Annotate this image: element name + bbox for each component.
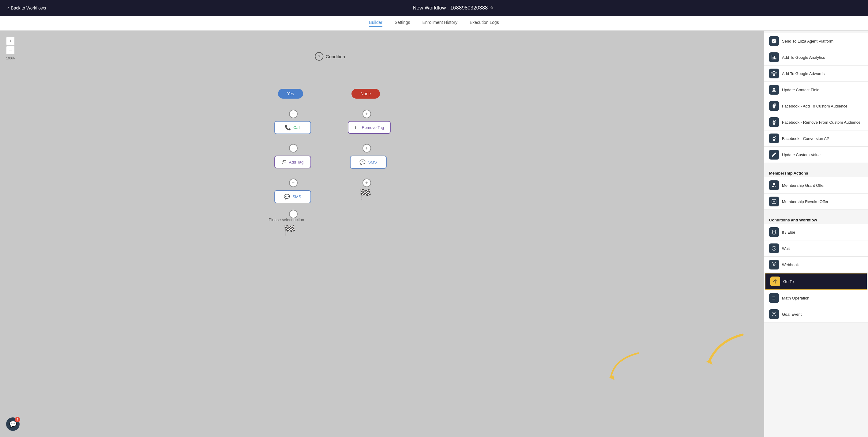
- facebook-remove-icon: [771, 119, 777, 125]
- fb-add-icon-box: [769, 101, 779, 111]
- call-icon: 📞: [285, 125, 291, 130]
- membership-revoke-icon: [771, 199, 777, 204]
- send-eliza-icon: [771, 38, 777, 44]
- tabbar: Builder Settings Enrollment History Exec…: [0, 16, 868, 31]
- membership-revoke-icon-box: [769, 197, 779, 207]
- tab-execution[interactable]: Execution Logs: [470, 20, 499, 27]
- sms-icon-right: 💬: [360, 159, 366, 165]
- condition-node[interactable]: ? Condition: [315, 52, 345, 61]
- add-button-right-3[interactable]: +: [363, 179, 371, 187]
- back-arrow-icon: ‹: [7, 5, 9, 11]
- tab-settings[interactable]: Settings: [395, 20, 410, 27]
- yes-button[interactable]: Yes: [278, 89, 303, 99]
- remove-tag-icon: 🏷: [354, 125, 360, 130]
- tab-enrollment[interactable]: Enrollment History: [423, 20, 458, 27]
- google-analytics-label: Add To Google Analytics: [782, 55, 825, 60]
- facebook-add-icon: [771, 103, 777, 109]
- right-panel: Send To Eliza Agent Platform Add To Goog…: [764, 31, 868, 437]
- go-to-label: Go To: [783, 279, 794, 284]
- add-tag-label: Add Tag: [289, 160, 303, 164]
- membership-grant-label: Membership Grant Offer: [782, 183, 825, 188]
- main-area: + − 100%: [0, 31, 868, 437]
- yes-branch-button[interactable]: Yes: [278, 89, 303, 99]
- call-node[interactable]: 📞 Call: [274, 121, 311, 134]
- add-tag-icon: 🏷: [282, 159, 286, 165]
- panel-item-goal-event[interactable]: Goal Event: [764, 306, 868, 322]
- fb-remove-icon-box: [769, 117, 779, 127]
- goal-event-icon: [771, 311, 777, 317]
- add-button-left-3[interactable]: +: [289, 179, 298, 187]
- add-button-right-1[interactable]: +: [363, 110, 371, 118]
- panel-item-if-else[interactable]: If / Else: [764, 224, 868, 240]
- sms-node-left[interactable]: 💬 SMS: [274, 190, 311, 204]
- condition-icon: ?: [315, 52, 323, 61]
- none-branch-button[interactable]: None: [351, 89, 380, 99]
- panel-item-google-adwords[interactable]: Add To Google Adwords: [764, 66, 868, 82]
- send-eliza-icon-box: [769, 36, 779, 46]
- panel-item-membership-revoke[interactable]: Membership Revoke Offer: [764, 193, 868, 210]
- fb-conversion-label: Facebook - Conversion API: [782, 136, 830, 141]
- wait-icon-box: [769, 244, 779, 253]
- google-analytics-icon: [771, 55, 777, 60]
- math-op-icon-box: [769, 293, 779, 303]
- update-custom-icon: [771, 152, 777, 157]
- please-select-text: Please select action: [269, 217, 304, 222]
- workflow-diagram: ? Condition Yes None + + 📞: [0, 43, 660, 437]
- chat-badge: 7: [15, 417, 20, 422]
- go-to-icon: [773, 279, 778, 284]
- panel-item-update-custom[interactable]: Update Custom Value: [764, 147, 868, 163]
- conditions-header: Conditions and Workflow: [764, 215, 868, 224]
- webhook-label: Webhook: [782, 262, 799, 267]
- google-adwords-icon: [771, 71, 777, 76]
- add-button-left-2[interactable]: +: [289, 144, 298, 153]
- panel-item-go-to[interactable]: Go To: [765, 273, 867, 290]
- membership-header: Membership Actions: [764, 168, 868, 177]
- fb-add-label: Facebook - Add To Custom Audience: [782, 104, 847, 108]
- panel-item-math-op[interactable]: Math Operation: [764, 290, 868, 306]
- sms-label-left: SMS: [292, 194, 301, 199]
- panel-item-webhook[interactable]: Webhook: [764, 257, 868, 273]
- google-adwords-label: Add To Google Adwords: [782, 71, 825, 76]
- webhook-icon-box: [769, 260, 779, 270]
- edit-icon[interactable]: ✎: [490, 5, 494, 10]
- panel-item-wait[interactable]: Wait: [764, 240, 868, 257]
- math-op-icon: [771, 295, 777, 301]
- membership-revoke-label: Membership Revoke Offer: [782, 199, 829, 204]
- panel-item-update-contact[interactable]: Update Contact Field: [764, 82, 868, 98]
- facebook-conversion-icon: [771, 136, 777, 141]
- panel-item-fb-conversion[interactable]: Facebook - Conversion API: [764, 130, 868, 147]
- panel-item-google-analytics[interactable]: Add To Google Analytics: [764, 49, 868, 66]
- panel-item-fb-add[interactable]: Facebook - Add To Custom Audience: [764, 98, 868, 114]
- conditions-section: Conditions and Workflow If / Else Wait: [764, 212, 868, 325]
- update-contact-label: Update Contact Field: [782, 88, 819, 92]
- back-label: Back to Workflows: [11, 5, 46, 10]
- add-tag-node[interactable]: 🏷 Add Tag: [274, 156, 311, 168]
- chat-bubble[interactable]: 💬 7: [6, 417, 20, 431]
- goal-event-icon-box: [769, 309, 779, 319]
- goal-event-label: Goal Event: [782, 312, 802, 317]
- if-else-label: If / Else: [782, 230, 795, 235]
- topbar: ‹ Back to Workflows New Workflow : 16889…: [0, 0, 868, 16]
- if-else-icon: [771, 229, 777, 235]
- workflow-canvas: + − 100%: [0, 31, 764, 437]
- tab-builder[interactable]: Builder: [369, 20, 382, 27]
- send-eliza-label: Send To Eliza Agent Platform: [782, 39, 833, 43]
- update-contact-icon-box: [769, 85, 779, 95]
- back-button[interactable]: ‹ Back to Workflows: [7, 5, 46, 11]
- svg-point-24: [774, 314, 774, 314]
- sms-node-right[interactable]: 💬 SMS: [350, 156, 387, 169]
- if-else-icon-box: [769, 227, 779, 237]
- workflow-title-text: New Workflow : 1688980320388: [413, 5, 488, 11]
- none-button[interactable]: None: [351, 89, 380, 99]
- add-button-right-2[interactable]: +: [363, 144, 371, 153]
- sms-icon-left: 💬: [284, 194, 290, 200]
- panel-item-fb-remove[interactable]: Facebook - Remove From Custom Audience: [764, 114, 868, 130]
- membership-grant-icon-box: [769, 180, 779, 190]
- membership-section: Membership Actions Membership Grant Offe…: [764, 165, 868, 212]
- update-contact-icon: [771, 87, 777, 92]
- add-button-left-1[interactable]: +: [289, 110, 298, 118]
- panel-item-send-eliza[interactable]: Send To Eliza Agent Platform: [764, 33, 868, 49]
- panel-item-membership-grant[interactable]: Membership Grant Offer: [764, 177, 868, 193]
- remove-tag-node[interactable]: 🏷 Remove Tag: [348, 121, 391, 134]
- membership-grant-icon: [771, 183, 777, 188]
